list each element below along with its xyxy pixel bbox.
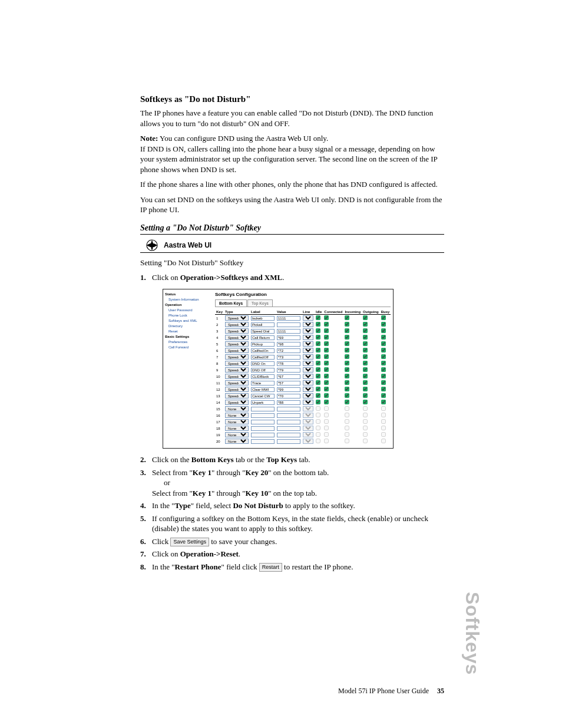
state-checkbox[interactable] — [316, 315, 320, 320]
type-select[interactable]: None — [225, 432, 249, 437]
tab-top-keys[interactable]: Top Keys — [247, 299, 273, 307]
save-settings-button[interactable]: Save Settings — [170, 538, 209, 546]
state-checkbox[interactable] — [345, 315, 349, 320]
label-input[interactable] — [251, 355, 275, 360]
state-checkbox[interactable] — [363, 348, 368, 353]
state-checkbox[interactable] — [363, 419, 368, 424]
label-input[interactable] — [251, 316, 275, 321]
label-input[interactable] — [251, 348, 275, 353]
value-input[interactable] — [277, 342, 300, 347]
state-checkbox[interactable] — [345, 406, 349, 411]
line-select[interactable]: 1 — [303, 432, 313, 437]
value-input[interactable] — [277, 413, 300, 418]
state-checkbox[interactable] — [363, 439, 368, 443]
label-input[interactable] — [251, 439, 275, 444]
label-input[interactable] — [251, 413, 275, 418]
state-checkbox[interactable] — [316, 354, 320, 359]
state-checkbox[interactable] — [363, 367, 368, 372]
nav-item[interactable]: Phone Lock — [165, 313, 211, 318]
line-select[interactable]: 2 — [303, 315, 313, 321]
value-input[interactable] — [277, 400, 300, 405]
state-checkbox[interactable] — [345, 328, 349, 333]
state-checkbox[interactable] — [324, 328, 329, 333]
line-select[interactable]: 1 — [303, 374, 313, 379]
line-select[interactable]: 1 — [303, 348, 313, 353]
value-input[interactable] — [277, 420, 300, 424]
line-select[interactable]: 1 — [303, 380, 313, 386]
state-checkbox[interactable] — [381, 387, 386, 391]
line-select[interactable]: 1 — [303, 367, 313, 373]
state-checkbox[interactable] — [324, 380, 329, 385]
state-checkbox[interactable] — [324, 315, 329, 320]
state-checkbox[interactable] — [381, 406, 386, 411]
line-select[interactable]: 1 — [303, 322, 313, 327]
line-select[interactable]: 1 — [303, 413, 313, 418]
state-checkbox[interactable] — [324, 426, 329, 430]
state-checkbox[interactable] — [324, 354, 329, 359]
line-select[interactable]: 1 — [303, 328, 313, 334]
state-checkbox[interactable] — [381, 361, 386, 365]
state-checkbox[interactable] — [381, 393, 386, 398]
state-checkbox[interactable] — [363, 335, 368, 340]
state-checkbox[interactable] — [324, 406, 329, 411]
line-select[interactable]: 1 — [303, 419, 313, 424]
state-checkbox[interactable] — [316, 426, 320, 430]
state-checkbox[interactable] — [381, 439, 386, 443]
state-checkbox[interactable] — [345, 426, 349, 430]
label-input[interactable] — [251, 322, 275, 327]
state-checkbox[interactable] — [381, 322, 386, 327]
nav-item[interactable]: Call Forward — [165, 345, 211, 350]
state-checkbox[interactable] — [324, 374, 329, 378]
state-checkbox[interactable] — [324, 387, 329, 391]
label-input[interactable] — [251, 426, 275, 431]
state-checkbox[interactable] — [345, 348, 349, 353]
state-checkbox[interactable] — [345, 413, 349, 417]
state-checkbox[interactable] — [324, 400, 329, 404]
value-input[interactable] — [277, 407, 300, 411]
type-select[interactable]: Speeddial — [225, 341, 249, 347]
type-select[interactable]: Speeddial — [225, 335, 249, 340]
type-select[interactable]: Speeddial — [225, 322, 249, 327]
line-select[interactable]: 1 — [303, 439, 313, 444]
state-checkbox[interactable] — [324, 335, 329, 340]
type-select[interactable]: None — [225, 406, 249, 411]
state-checkbox[interactable] — [363, 361, 368, 365]
type-select[interactable]: Speeddial — [225, 315, 249, 321]
line-select[interactable]: 1 — [303, 400, 313, 405]
value-input[interactable] — [277, 433, 300, 437]
state-checkbox[interactable] — [363, 315, 368, 320]
state-checkbox[interactable] — [324, 413, 329, 417]
state-checkbox[interactable] — [345, 322, 349, 327]
nav-item[interactable]: System Information — [165, 297, 211, 302]
state-checkbox[interactable] — [316, 439, 320, 443]
state-checkbox[interactable] — [316, 322, 320, 327]
state-checkbox[interactable] — [316, 348, 320, 353]
state-checkbox[interactable] — [324, 393, 329, 398]
label-input[interactable] — [251, 361, 275, 366]
tab-bottom-keys[interactable]: Bottom Keys — [215, 299, 247, 307]
value-input[interactable] — [277, 374, 300, 379]
type-select[interactable]: None — [225, 439, 249, 444]
nav-item[interactable]: Softkeys and XML — [165, 318, 211, 324]
label-input[interactable] — [251, 368, 275, 373]
state-checkbox[interactable] — [324, 432, 329, 437]
type-select[interactable]: Speeddial — [225, 348, 249, 353]
state-checkbox[interactable] — [363, 426, 368, 430]
type-select[interactable]: Speeddial — [225, 328, 249, 334]
type-select[interactable]: Speeddial — [225, 354, 249, 360]
value-input[interactable] — [277, 368, 300, 373]
state-checkbox[interactable] — [316, 432, 320, 437]
line-select[interactable]: 1 — [303, 354, 313, 360]
state-checkbox[interactable] — [345, 341, 349, 346]
type-select[interactable]: None — [225, 426, 249, 431]
state-checkbox[interactable] — [345, 354, 349, 359]
state-checkbox[interactable] — [345, 400, 349, 404]
state-checkbox[interactable] — [345, 432, 349, 437]
nav-item[interactable]: Preferences — [165, 340, 211, 345]
state-checkbox[interactable] — [381, 315, 386, 320]
state-checkbox[interactable] — [324, 367, 329, 372]
state-checkbox[interactable] — [316, 413, 320, 417]
line-select[interactable]: 1 — [303, 387, 313, 392]
state-checkbox[interactable] — [381, 380, 386, 385]
line-select[interactable]: 1 — [303, 426, 313, 431]
